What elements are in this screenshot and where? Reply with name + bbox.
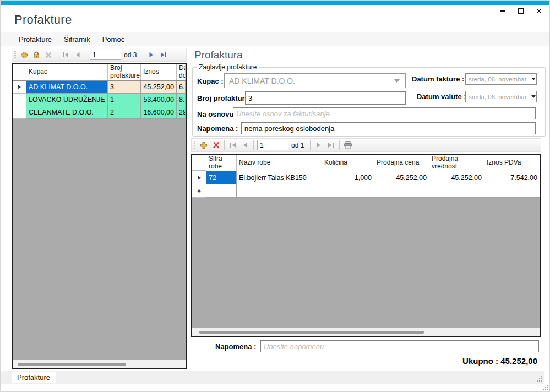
print-button[interactable] bbox=[342, 140, 353, 151]
last-item-button[interactable] bbox=[325, 140, 336, 151]
cell-datum[interactable]: 8.2.2 bbox=[177, 94, 186, 106]
cell-empty[interactable] bbox=[322, 184, 374, 198]
horizontal-scrollbar[interactable] bbox=[13, 360, 186, 368]
cell-broj[interactable]: 2 bbox=[108, 106, 141, 119]
last-record-button[interactable] bbox=[158, 50, 169, 61]
table-row[interactable]: AD KLIMAT D.O.O. 3 45.252,00 6.11 bbox=[13, 81, 186, 94]
datum-valute-picker[interactable]: sreda, 06. novembar bbox=[465, 91, 537, 102]
resize-grip-icon bbox=[537, 376, 542, 382]
close-icon: ✕ bbox=[536, 7, 542, 15]
previous-record-button[interactable] bbox=[72, 50, 83, 61]
column-header-kupac[interactable]: Kupac bbox=[26, 64, 108, 80]
items-grid: Šifra robe Naziv robe Količina Prodajna … bbox=[191, 154, 541, 337]
column-header-sifra-robe[interactable]: Šifra robe bbox=[206, 155, 237, 171]
record-count-label: od 3 bbox=[124, 51, 137, 59]
column-header-prodajna-vrednost[interactable]: Prodajna vrednost bbox=[429, 155, 484, 171]
horizontal-scrollbar[interactable] bbox=[192, 328, 540, 336]
napomena-input[interactable] bbox=[241, 122, 536, 134]
napomena-label: Napomena : bbox=[197, 124, 238, 133]
delete-item-button[interactable] bbox=[210, 140, 221, 151]
window-controls: ✕ bbox=[499, 7, 543, 15]
record-position-input[interactable] bbox=[90, 50, 121, 60]
column-header-prodajna-cena[interactable]: Prodajna cena bbox=[374, 155, 429, 171]
toolbar-separator bbox=[86, 50, 86, 59]
left-toolbar: od 3 bbox=[12, 48, 187, 62]
footer-napomena-input[interactable] bbox=[260, 340, 539, 352]
column-header-iznos-pdva[interactable]: Iznos PDVa bbox=[484, 155, 540, 171]
new-row-header: ✱ bbox=[192, 184, 206, 198]
row-header[interactable] bbox=[13, 94, 26, 106]
detail-title: Profaktura bbox=[194, 49, 243, 61]
footer-napomena-label: Napomena : bbox=[215, 342, 256, 351]
first-record-button[interactable] bbox=[60, 50, 71, 61]
new-row[interactable]: ✱ bbox=[192, 184, 540, 198]
new-row-icon: ✱ bbox=[197, 188, 202, 194]
cell-kupac[interactable]: LOVACKO UDRUŽENJE N... bbox=[26, 94, 108, 106]
table-row[interactable]: LOVACKO UDRUŽENJE N... 1 53.400,00 8.2.2 bbox=[13, 94, 186, 106]
cell-kupac[interactable]: AD KLIMAT D.O.O. bbox=[26, 81, 108, 94]
datum-fakture-picker[interactable]: sreda, 06. novembar bbox=[465, 73, 537, 85]
status-label: Profakture bbox=[12, 372, 56, 383]
toolbar-grip bbox=[14, 51, 16, 59]
add-item-button[interactable] bbox=[198, 140, 209, 151]
toolbar-separator bbox=[339, 140, 340, 150]
cell-empty[interactable] bbox=[374, 184, 429, 198]
kupac-combobox[interactable]: AD KLIMAT D.O.O. bbox=[224, 73, 406, 88]
cell-empty[interactable] bbox=[484, 184, 540, 198]
column-header-iznos[interactable]: Iznos bbox=[141, 64, 177, 80]
scrollbar-thumb[interactable] bbox=[18, 363, 126, 366]
cell-naziv[interactable]: El.bojlerr Talas KB150 bbox=[237, 171, 322, 184]
window-resize-grip-icon[interactable] bbox=[543, 385, 548, 390]
chevron-down-icon bbox=[531, 95, 536, 98]
cell-sifra[interactable]: 72 bbox=[206, 171, 237, 184]
minimize-icon bbox=[500, 10, 505, 12]
na-osnovu-input[interactable] bbox=[233, 107, 536, 119]
minimize-button[interactable] bbox=[499, 7, 507, 15]
next-record-button[interactable] bbox=[146, 50, 157, 61]
next-item-button[interactable] bbox=[313, 140, 324, 151]
next-record-icon bbox=[316, 142, 322, 148]
cell-empty[interactable] bbox=[429, 184, 484, 198]
cell-broj[interactable]: 1 bbox=[108, 94, 141, 106]
cell-cena[interactable]: 45.252,00 bbox=[374, 171, 429, 184]
delete-record-button[interactable] bbox=[43, 50, 54, 61]
menu-pomoc[interactable]: Pomoć bbox=[96, 33, 130, 46]
app-window: ✕ Profakture Profakture Šifrarnik Pomoć bbox=[0, 0, 550, 392]
cell-kolicina[interactable]: 1,000 bbox=[322, 171, 374, 184]
cell-empty[interactable] bbox=[206, 184, 237, 198]
previous-item-button[interactable] bbox=[239, 140, 251, 151]
broj-profakture-input[interactable] bbox=[245, 91, 406, 105]
cell-iznos[interactable]: 16.600,00 bbox=[141, 106, 177, 119]
row-header[interactable] bbox=[13, 106, 26, 119]
first-item-button[interactable] bbox=[227, 140, 238, 151]
last-record-icon bbox=[328, 142, 334, 148]
lock-button[interactable] bbox=[31, 50, 42, 61]
current-row-indicator bbox=[13, 81, 26, 94]
kupac-label: Kupac : bbox=[197, 77, 224, 85]
toolbar-separator bbox=[253, 140, 254, 150]
add-record-button[interactable] bbox=[19, 50, 30, 61]
cell-empty[interactable] bbox=[237, 184, 322, 198]
column-header-dat-dok[interactable]: Dat dok bbox=[177, 64, 186, 80]
cell-vrednost[interactable]: 45.252,00 bbox=[429, 171, 484, 184]
cell-kupac[interactable]: CLEANMATE D.O.O. bbox=[26, 106, 108, 119]
column-header-kolicina[interactable]: Količina bbox=[322, 155, 374, 171]
toolbar-separator bbox=[310, 140, 311, 150]
cell-datum[interactable]: 29.5 bbox=[177, 106, 186, 119]
close-button[interactable]: ✕ bbox=[535, 7, 543, 15]
maximize-button[interactable] bbox=[517, 7, 525, 15]
cell-iznos[interactable]: 45.252,00 bbox=[141, 81, 177, 94]
item-position-input[interactable] bbox=[257, 140, 288, 150]
table-row[interactable]: CLEANMATE D.O.O. 2 16.600,00 29.5 bbox=[13, 106, 186, 119]
items-toolbar: od 1 bbox=[191, 138, 541, 152]
cell-broj[interactable]: 3 bbox=[108, 81, 141, 94]
table-row[interactable]: 72 El.bojlerr Talas KB150 1,000 45.252,0… bbox=[192, 171, 540, 184]
menu-sifrarnik[interactable]: Šifrarnik bbox=[58, 33, 96, 46]
column-header-broj-profakture[interactable]: Broj profakture bbox=[108, 64, 141, 80]
menu-profakture[interactable]: Profakture bbox=[13, 33, 58, 46]
scrollbar-thumb[interactable] bbox=[199, 331, 424, 334]
column-header-naziv-robe[interactable]: Naziv robe bbox=[237, 155, 322, 171]
cell-pdv[interactable]: 7.542,00 bbox=[484, 171, 540, 184]
cell-iznos[interactable]: 53.400,00 bbox=[141, 94, 177, 106]
cell-datum[interactable]: 6.11 bbox=[177, 81, 186, 94]
